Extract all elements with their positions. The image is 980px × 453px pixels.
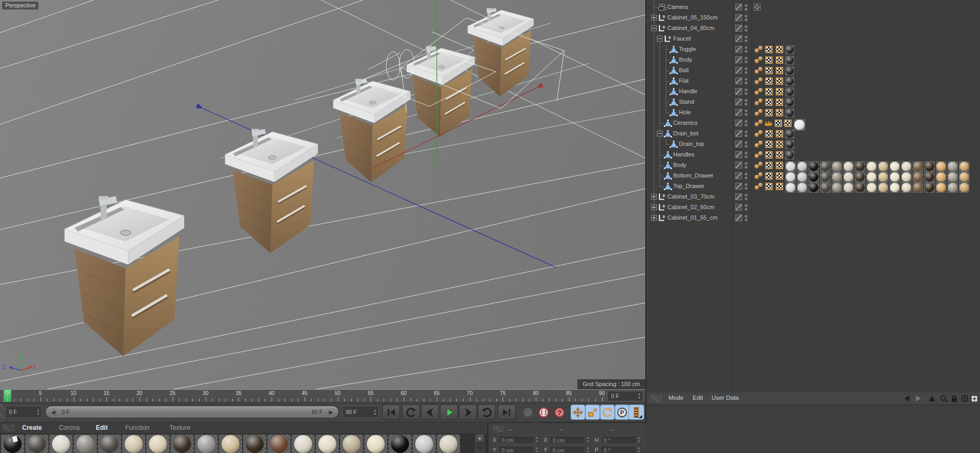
object-row[interactable]: Toggle [646, 44, 980, 55]
frame-spinner[interactable]: 0 F▲▼ [607, 391, 643, 401]
phong-tag[interactable] [755, 46, 764, 53]
layer-square-tag[interactable] [735, 172, 742, 179]
material-tag[interactable] [785, 140, 794, 149]
object-row[interactable]: Stand [646, 97, 980, 107]
uvw-tag[interactable] [776, 109, 783, 116]
coordinate-field[interactable]: Y0 cm▲▼ [544, 446, 594, 453]
uvw-tag[interactable] [776, 130, 783, 137]
object-row[interactable]: Ball [646, 65, 980, 76]
material-thumbnail[interactable] [316, 435, 339, 453]
material-tag[interactable] [924, 182, 935, 193]
phong-tag[interactable] [755, 67, 764, 74]
phong-tag[interactable] [755, 109, 764, 116]
layer-square-tag[interactable] [735, 141, 742, 147]
phong-tag[interactable] [755, 172, 764, 180]
material-thumbnail[interactable] [25, 435, 48, 453]
object-manager[interactable]: Camera0Cabinet_05_150cm0Cabinet_04_80cm0… [646, 0, 980, 392]
visibility-dots[interactable] [745, 183, 748, 190]
uvw-tag[interactable] [776, 172, 783, 180]
material-tag[interactable] [901, 182, 912, 193]
end-frame-field[interactable]: 90 F▲▼ [342, 406, 379, 418]
uvw-tag[interactable] [776, 183, 783, 190]
object-label[interactable]: Stand [679, 99, 694, 105]
layer-square-tag[interactable] [735, 99, 742, 105]
object-row[interactable]: Body [646, 55, 980, 65]
visibility-dots[interactable] [745, 162, 748, 169]
object-icon[interactable] [669, 56, 678, 64]
material-tag[interactable] [785, 161, 796, 172]
uvw-tag[interactable] [765, 151, 773, 159]
material-tag[interactable] [785, 56, 794, 65]
material-tag[interactable] [936, 161, 946, 172]
uvw-tag[interactable] [776, 151, 783, 159]
composition-tag[interactable] [754, 4, 762, 12]
back-arrow-icon[interactable] [902, 394, 912, 403]
object-label[interactable]: Top_Drawer [673, 183, 704, 189]
material-tag[interactable] [889, 182, 900, 193]
collapse-icon[interactable] [657, 131, 663, 136]
material-tag[interactable] [797, 161, 807, 172]
material-thumbnail[interactable] [292, 435, 315, 453]
material-menu-texture[interactable]: Texture [169, 424, 190, 431]
material-tag[interactable] [797, 172, 807, 182]
stepper-arrows[interactable]: ▲▼ [637, 392, 642, 400]
forward-arrow-icon[interactable] [914, 394, 923, 403]
material-tag[interactable] [843, 172, 854, 182]
layer-square-tag[interactable] [735, 4, 742, 11]
layer-square-tag[interactable] [735, 162, 742, 169]
phong-tag[interactable] [755, 77, 764, 85]
material-tag[interactable] [797, 182, 807, 193]
object-row[interactable]: Drain_top [646, 139, 980, 150]
key-position-toggle[interactable] [571, 405, 585, 420]
material-tag[interactable] [820, 172, 831, 182]
material-thumbnail[interactable] [243, 435, 266, 453]
layer-square-tag[interactable] [735, 120, 742, 126]
material-thumbnail[interactable] [413, 435, 436, 453]
object-row[interactable]: Bottom_Drawer [646, 171, 980, 181]
layer-square-tag[interactable] [735, 88, 742, 95]
object-icon[interactable] [664, 172, 672, 180]
object-icon[interactable] [658, 3, 666, 12]
visibility-dots[interactable] [745, 152, 748, 159]
material-tag[interactable] [808, 161, 819, 172]
previous-frame-button[interactable] [421, 405, 439, 420]
material-tag[interactable] [866, 172, 877, 182]
material-tag[interactable] [785, 172, 796, 182]
uvw-tag[interactable] [776, 56, 783, 64]
phong-tag[interactable] [755, 56, 764, 64]
object-row[interactable]: Flat [646, 76, 980, 86]
object-row[interactable]: Hole [646, 107, 980, 118]
layer-square-tag[interactable] [735, 130, 742, 137]
object-icon[interactable] [664, 151, 672, 159]
visibility-dots[interactable] [745, 15, 748, 22]
material-tag[interactable] [959, 172, 969, 182]
phong-tag[interactable] [755, 162, 764, 169]
material-menu-create[interactable]: Create [22, 424, 42, 431]
material-tag[interactable] [947, 172, 958, 182]
object-label[interactable]: Cabinet_03_70cm [667, 193, 714, 200]
layer-square-tag[interactable] [735, 193, 742, 200]
material-tag[interactable] [901, 172, 912, 182]
material-tag[interactable] [889, 172, 900, 182]
layer-square-tag[interactable] [735, 46, 742, 53]
menu-edit[interactable]: Edit [693, 395, 703, 401]
corona-material-tag[interactable] [764, 120, 773, 128]
visibility-dots[interactable] [745, 141, 748, 148]
object-row[interactable]: 0Cabinet_04_80cm [646, 23, 980, 34]
material-thumbnail[interactable] [437, 435, 460, 453]
material-tag[interactable] [843, 182, 854, 193]
material-menu-corona[interactable]: Corona [59, 424, 79, 431]
coordinate-field[interactable]: X0 cm▲▼ [544, 436, 594, 444]
expand-icon[interactable] [651, 215, 657, 221]
material-scrollbar[interactable]: ▲ [475, 434, 484, 453]
material-tag[interactable] [808, 182, 819, 193]
expand-icon[interactable] [651, 15, 657, 21]
stepper-arrows[interactable]: ▲▼ [36, 409, 41, 416]
material-tag[interactable] [785, 66, 794, 75]
uvw-tag[interactable] [765, 162, 773, 169]
material-tag[interactable] [878, 172, 888, 182]
visibility-dots[interactable] [745, 204, 748, 211]
material-tag[interactable] [866, 161, 877, 172]
object-label[interactable]: Drain_top [679, 141, 704, 147]
material-tag[interactable] [878, 161, 888, 172]
